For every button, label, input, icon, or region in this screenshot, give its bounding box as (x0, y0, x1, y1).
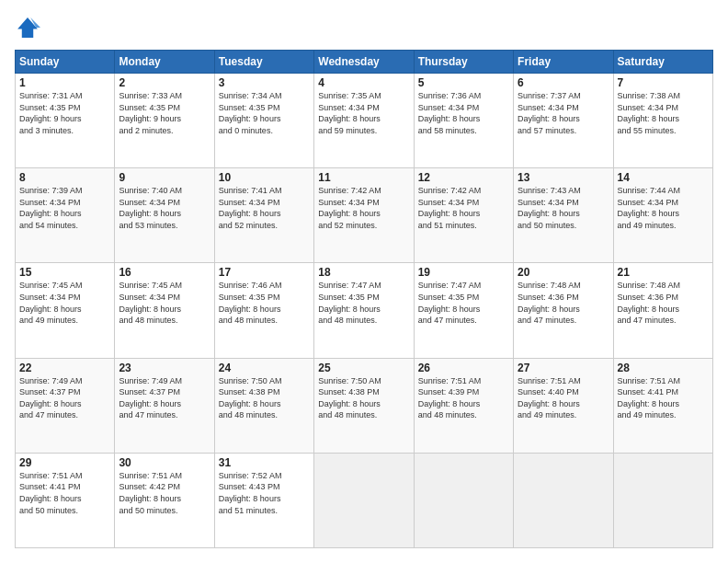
day-info: Sunrise: 7:31 AM Sunset: 4:35 PM Dayligh… (19, 90, 110, 136)
day-info: Sunrise: 7:47 AM Sunset: 4:35 PM Dayligh… (318, 280, 409, 326)
day-info: Sunrise: 7:36 AM Sunset: 4:34 PM Dayligh… (418, 90, 509, 136)
day-info: Sunrise: 7:38 AM Sunset: 4:34 PM Dayligh… (618, 90, 709, 136)
svg-marker-0 (17, 17, 38, 38)
day-info: Sunrise: 7:48 AM Sunset: 4:36 PM Dayligh… (518, 280, 609, 326)
weekday-header: Monday (115, 51, 214, 74)
day-number: 30 (119, 456, 210, 469)
weekday-header: Tuesday (214, 51, 313, 74)
calendar-cell: 29Sunrise: 7:51 AM Sunset: 4:41 PM Dayli… (16, 453, 115, 547)
calendar-cell: 9Sunrise: 7:40 AM Sunset: 4:34 PM Daylig… (115, 168, 214, 263)
calendar-cell (414, 453, 513, 547)
calendar-header-row: SundayMondayTuesdayWednesdayThursdayFrid… (16, 51, 713, 74)
day-number: 4 (318, 76, 409, 89)
calendar-cell: 14Sunrise: 7:44 AM Sunset: 4:34 PM Dayli… (613, 168, 712, 263)
calendar-cell: 19Sunrise: 7:47 AM Sunset: 4:35 PM Dayli… (414, 263, 513, 358)
calendar-cell: 8Sunrise: 7:39 AM Sunset: 4:34 PM Daylig… (16, 168, 115, 263)
day-number: 20 (518, 266, 609, 279)
day-number: 18 (318, 266, 409, 279)
day-number: 26 (418, 362, 509, 374)
day-number: 6 (518, 76, 609, 89)
day-number: 11 (318, 171, 409, 184)
day-info: Sunrise: 7:45 AM Sunset: 4:34 PM Dayligh… (119, 280, 210, 326)
day-info: Sunrise: 7:49 AM Sunset: 4:37 PM Dayligh… (19, 375, 110, 421)
calendar-cell: 24Sunrise: 7:50 AM Sunset: 4:38 PM Dayli… (214, 358, 313, 453)
day-number: 7 (618, 76, 709, 89)
day-info: Sunrise: 7:41 AM Sunset: 4:34 PM Dayligh… (219, 185, 310, 231)
calendar-cell: 22Sunrise: 7:49 AM Sunset: 4:37 PM Dayli… (16, 358, 115, 453)
day-info: Sunrise: 7:42 AM Sunset: 4:34 PM Dayligh… (318, 185, 409, 231)
calendar-cell: 21Sunrise: 7:48 AM Sunset: 4:36 PM Dayli… (613, 263, 712, 358)
page: SundayMondayTuesdayWednesdayThursdayFrid… (0, 0, 728, 563)
logo (15, 15, 44, 40)
day-number: 24 (219, 362, 310, 374)
calendar-cell: 25Sunrise: 7:50 AM Sunset: 4:38 PM Dayli… (314, 358, 414, 453)
day-number: 15 (19, 266, 110, 279)
calendar-row: 22Sunrise: 7:49 AM Sunset: 4:37 PM Dayli… (16, 358, 713, 453)
day-info: Sunrise: 7:33 AM Sunset: 4:35 PM Dayligh… (119, 90, 210, 136)
day-info: Sunrise: 7:42 AM Sunset: 4:34 PM Dayligh… (418, 185, 509, 231)
day-number: 19 (418, 266, 509, 279)
calendar-cell: 3Sunrise: 7:34 AM Sunset: 4:35 PM Daylig… (214, 74, 313, 168)
day-info: Sunrise: 7:51 AM Sunset: 4:41 PM Dayligh… (618, 375, 709, 421)
calendar-row: 29Sunrise: 7:51 AM Sunset: 4:41 PM Dayli… (16, 453, 713, 547)
weekday-header: Sunday (16, 51, 115, 74)
day-number: 12 (418, 171, 509, 184)
calendar-cell: 12Sunrise: 7:42 AM Sunset: 4:34 PM Dayli… (414, 168, 513, 263)
day-number: 23 (119, 362, 210, 374)
calendar-table: SundayMondayTuesdayWednesdayThursdayFrid… (15, 50, 713, 548)
day-info: Sunrise: 7:37 AM Sunset: 4:34 PM Dayligh… (518, 90, 609, 136)
calendar-row: 1Sunrise: 7:31 AM Sunset: 4:35 PM Daylig… (16, 74, 713, 168)
calendar-cell: 4Sunrise: 7:35 AM Sunset: 4:34 PM Daylig… (314, 74, 414, 168)
calendar-cell: 13Sunrise: 7:43 AM Sunset: 4:34 PM Dayli… (514, 168, 613, 263)
calendar-row: 15Sunrise: 7:45 AM Sunset: 4:34 PM Dayli… (16, 263, 713, 358)
day-number: 28 (618, 362, 709, 374)
weekday-header: Thursday (414, 51, 513, 74)
day-info: Sunrise: 7:45 AM Sunset: 4:34 PM Dayligh… (19, 280, 110, 326)
day-number: 2 (119, 76, 210, 89)
day-number: 27 (518, 362, 609, 374)
day-info: Sunrise: 7:49 AM Sunset: 4:37 PM Dayligh… (119, 375, 210, 421)
day-info: Sunrise: 7:39 AM Sunset: 4:34 PM Dayligh… (19, 185, 110, 231)
day-info: Sunrise: 7:52 AM Sunset: 4:43 PM Dayligh… (219, 470, 310, 516)
day-number: 3 (219, 76, 310, 89)
day-info: Sunrise: 7:51 AM Sunset: 4:40 PM Dayligh… (518, 375, 609, 421)
day-info: Sunrise: 7:46 AM Sunset: 4:35 PM Dayligh… (219, 280, 310, 326)
day-number: 5 (418, 76, 509, 89)
calendar-cell: 17Sunrise: 7:46 AM Sunset: 4:35 PM Dayli… (214, 263, 313, 358)
calendar-cell: 1Sunrise: 7:31 AM Sunset: 4:35 PM Daylig… (16, 74, 115, 168)
calendar-cell: 28Sunrise: 7:51 AM Sunset: 4:41 PM Dayli… (613, 358, 712, 453)
day-info: Sunrise: 7:51 AM Sunset: 4:41 PM Dayligh… (19, 470, 110, 516)
calendar-cell: 20Sunrise: 7:48 AM Sunset: 4:36 PM Dayli… (514, 263, 613, 358)
day-info: Sunrise: 7:50 AM Sunset: 4:38 PM Dayligh… (219, 375, 310, 421)
day-number: 1 (19, 76, 110, 89)
calendar-cell: 26Sunrise: 7:51 AM Sunset: 4:39 PM Dayli… (414, 358, 513, 453)
day-info: Sunrise: 7:50 AM Sunset: 4:38 PM Dayligh… (318, 375, 409, 421)
calendar-cell: 5Sunrise: 7:36 AM Sunset: 4:34 PM Daylig… (414, 74, 513, 168)
day-number: 10 (219, 171, 310, 184)
day-number: 17 (219, 266, 310, 279)
calendar-cell (613, 453, 712, 547)
calendar-cell (314, 453, 414, 547)
day-number: 8 (19, 171, 110, 184)
calendar-cell: 16Sunrise: 7:45 AM Sunset: 4:34 PM Dayli… (115, 263, 214, 358)
day-number: 16 (119, 266, 210, 279)
day-info: Sunrise: 7:34 AM Sunset: 4:35 PM Dayligh… (219, 90, 310, 136)
day-number: 21 (618, 266, 709, 279)
calendar-row: 8Sunrise: 7:39 AM Sunset: 4:34 PM Daylig… (16, 168, 713, 263)
calendar-cell (514, 453, 613, 547)
day-number: 22 (19, 362, 110, 374)
weekday-header: Friday (514, 51, 613, 74)
weekday-header: Wednesday (314, 51, 414, 74)
day-info: Sunrise: 7:40 AM Sunset: 4:34 PM Dayligh… (119, 185, 210, 231)
day-number: 14 (618, 171, 709, 184)
calendar-cell: 23Sunrise: 7:49 AM Sunset: 4:37 PM Dayli… (115, 358, 214, 453)
calendar-cell: 18Sunrise: 7:47 AM Sunset: 4:35 PM Dayli… (314, 263, 414, 358)
calendar-cell: 7Sunrise: 7:38 AM Sunset: 4:34 PM Daylig… (613, 74, 712, 168)
logo-icon (15, 15, 40, 40)
calendar-cell: 10Sunrise: 7:41 AM Sunset: 4:34 PM Dayli… (214, 168, 313, 263)
day-number: 31 (219, 456, 310, 469)
calendar-cell: 11Sunrise: 7:42 AM Sunset: 4:34 PM Dayli… (314, 168, 414, 263)
day-info: Sunrise: 7:51 AM Sunset: 4:42 PM Dayligh… (119, 470, 210, 516)
day-number: 25 (318, 362, 409, 374)
day-number: 13 (518, 171, 609, 184)
